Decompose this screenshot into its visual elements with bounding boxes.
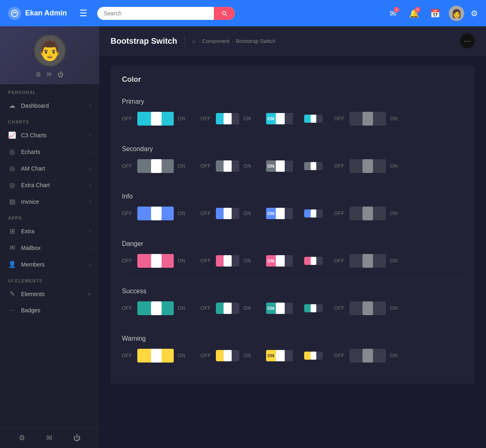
topnav-icons: ✉ 3 🔔 5 📅 👩 ⚙	[386, 6, 478, 21]
switch-group-2: OFF ON	[200, 350, 255, 361]
settings-icon[interactable]: ⚙	[471, 9, 478, 18]
switch-group-4	[304, 115, 323, 123]
switch-group-3: ON	[266, 113, 293, 124]
card-title: Color	[122, 75, 463, 90]
sidebar-item-label: Badges	[21, 307, 40, 314]
switch-tiny-info[interactable]	[304, 209, 323, 218]
divider-warning	[122, 326, 463, 327]
breadcrumb-bootstrap-switch[interactable]: Bootstrap Switch	[236, 38, 276, 44]
switch-off-label: OFF	[122, 258, 133, 264]
switch-group-4	[304, 209, 323, 218]
switch-on-label: ON	[243, 353, 255, 358]
sidebar-item-extra[interactable]: ⊞ Extra ›	[0, 223, 99, 239]
switch-large-primary-off[interactable]	[137, 112, 174, 126]
profile-mail-icon[interactable]: ✉	[47, 71, 52, 78]
search-box	[97, 7, 235, 20]
sidebar-item-elements[interactable]: ✎ Elements ∨	[0, 286, 99, 302]
sidebar-item-c3charts[interactable]: 📈 C3 Charts ›	[0, 127, 99, 143]
switch-large-info[interactable]	[137, 207, 174, 220]
sidebar-item-label: Dashboard	[21, 102, 49, 109]
switch-off-label: OFF	[122, 163, 133, 169]
content-area: Color Primary OFF ON	[99, 56, 486, 448]
sidebar-item-label: Mailbox	[21, 245, 40, 251]
switch-group-1: OFF ON	[122, 112, 189, 126]
invoice-icon: ▤	[8, 198, 16, 205]
sidebar-item-badges[interactable]: ··· Badges	[0, 302, 99, 318]
switch-large-secondary[interactable]	[137, 159, 174, 173]
user-avatar[interactable]: 👩	[449, 6, 464, 21]
section-title-secondary: Secondary	[122, 145, 463, 153]
switch-small-secondary[interactable]	[216, 160, 239, 172]
switch-pill-success-on[interactable]: ON	[266, 303, 293, 314]
sidebar-item-dashboard[interactable]: ☁ Dashboard ›	[0, 97, 99, 114]
switch-small-primary[interactable]	[216, 113, 239, 124]
switch-pill-danger-on[interactable]: ON	[266, 255, 293, 267]
footer-settings-icon[interactable]: ⚙	[19, 433, 25, 442]
calendar-icon-btn[interactable]: 📅	[428, 6, 442, 21]
switch-tiny-success[interactable]	[304, 304, 323, 312]
mail-icon-btn[interactable]: ✉ 3	[386, 6, 400, 21]
page-menu-button[interactable]: ···	[460, 34, 475, 48]
dashboard-icon: ☁	[8, 102, 16, 109]
sidebar-item-extrachart[interactable]: ◎ Extra Chart ›	[0, 177, 99, 193]
switch-on-label: ON	[390, 258, 401, 264]
switch-on-label: ON	[243, 305, 255, 311]
switch-group-3: ON	[266, 160, 293, 172]
sidebar-item-invoice[interactable]: ▤ Invoice ›	[0, 193, 99, 210]
switch-off-label: OFF	[122, 353, 133, 358]
sidebar-item-members[interactable]: 👤 Members ›	[0, 256, 99, 273]
switch-small-info[interactable]	[216, 208, 239, 219]
breadcrumb-home-icon[interactable]: ⌂	[192, 38, 195, 44]
switch-large-danger[interactable]	[137, 254, 174, 268]
section-title-warning: Warning	[122, 335, 463, 342]
switch-small-danger[interactable]	[216, 255, 239, 267]
arrow-icon: ›	[90, 199, 91, 205]
topnav: Ekan Admin ☰ ✉ 3 🔔 5 📅 👩 ⚙	[0, 0, 486, 26]
switch-small-warning[interactable]	[216, 350, 239, 361]
search-button[interactable]	[214, 7, 235, 20]
section-warning: Warning OFF ON OFF	[122, 335, 463, 363]
page-header: Bootstrap Switch ⌂ - Component - Bootstr…	[99, 26, 486, 56]
breadcrumb: ⌂ - Component - Bootstrap Switch	[192, 38, 275, 44]
profile-power-icon[interactable]: ⏻	[58, 71, 64, 78]
switch-on-label: ON	[243, 258, 255, 264]
switch-large-warning[interactable]	[137, 349, 174, 363]
sidebar-item-amchart[interactable]: ◎ AM Chart ›	[0, 160, 99, 177]
sidebar-item-echarts[interactable]: ◎ Echarts ›	[0, 143, 99, 160]
switch-tiny-danger[interactable]	[304, 257, 323, 265]
switch-group-4	[304, 162, 323, 170]
profile-settings-icon[interactable]: ⚙	[36, 71, 41, 78]
section-label-charts: CHARTS	[0, 114, 99, 127]
footer-mail-icon[interactable]: ✉	[46, 433, 52, 442]
switch-group-4	[304, 257, 323, 265]
sidebar-item-mailbox[interactable]: ✉ Mailbox ›	[0, 239, 99, 256]
switch-off-label: OFF	[334, 305, 345, 311]
switch-tiny-warning[interactable]	[304, 352, 323, 360]
sidebar-item-label: AM Chart	[21, 165, 45, 172]
bell-icon-btn[interactable]: 🔔 5	[407, 6, 421, 21]
arrow-icon: ›	[90, 132, 91, 138]
sidebar-item-label: Extra	[21, 228, 34, 235]
footer-power-icon[interactable]: ⏻	[73, 434, 81, 442]
switch-disabled-secondary	[350, 159, 386, 173]
switch-group-2: OFF ON	[200, 303, 255, 314]
section-success: Success OFF ON OFF	[122, 288, 463, 315]
section-primary: Primary OFF ON	[122, 98, 463, 126]
switch-pill-warning-on[interactable]: ON	[266, 350, 293, 361]
switch-on-label: ON	[243, 211, 255, 216]
arrow-icon: ›	[90, 245, 91, 251]
switch-tiny-primary[interactable]	[304, 115, 323, 123]
search-input[interactable]	[97, 7, 214, 20]
sidebar-profile: 👨 ⚙ ✉ ⏻	[0, 26, 99, 84]
switch-pill-primary-on[interactable]: ON	[266, 113, 293, 124]
switch-large-success[interactable]	[137, 301, 174, 315]
switch-off-label: OFF	[200, 163, 212, 169]
extrachart-icon: ◎	[8, 181, 16, 189]
switch-pill-info-on[interactable]: ON	[266, 208, 293, 219]
switch-small-success[interactable]	[216, 303, 239, 314]
breadcrumb-component[interactable]: Component	[202, 38, 229, 44]
switch-pill-secondary-on[interactable]: ON	[266, 160, 293, 172]
switch-group-3: ON	[266, 255, 293, 267]
switch-tiny-secondary[interactable]	[304, 162, 323, 170]
hamburger-icon[interactable]: ☰	[79, 8, 87, 19]
